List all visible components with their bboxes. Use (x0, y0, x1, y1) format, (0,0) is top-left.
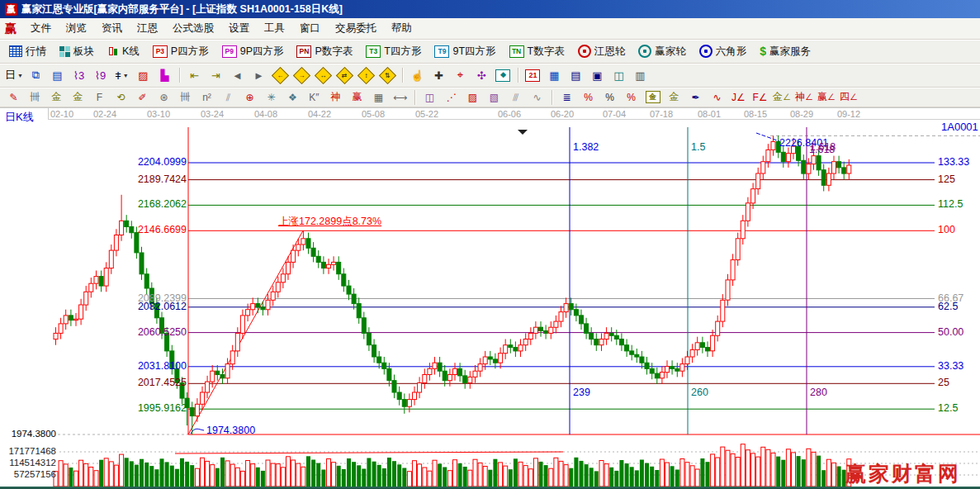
info-panel-icon[interactable]: ▤ (47, 67, 68, 84)
expand-h-diamond-icon[interactable]: ↔ (313, 67, 334, 84)
chart-pane[interactable]: 日K线 1A0001 02-1002-2403-1003-2404-0804-2… (0, 107, 980, 487)
spiral-icon[interactable]: ⟲ (111, 89, 131, 105)
fan-box2-icon[interactable]: ▧ (484, 89, 504, 105)
save-icon[interactable]: ▣ (587, 67, 608, 84)
compress-h-diamond-icon[interactable]: ⇄ (334, 67, 355, 84)
first-bar-icon[interactable]: ⇤ (184, 67, 205, 84)
calculator-icon[interactable]: ▦ (544, 67, 565, 84)
winner-wheel-button[interactable]: 赢家轮 (632, 43, 692, 60)
line-fan-icon[interactable]: ⫻ (505, 89, 526, 105)
percent-slash-icon[interactable]: % (578, 89, 599, 105)
menu-item-交易委托[interactable]: 交易委托 (328, 21, 384, 36)
gann-wheel-button[interactable]: 江恩轮 (572, 43, 632, 60)
hexagon-button[interactable]: 六角形 (694, 43, 753, 60)
red-fan-icon[interactable]: ⋰ (441, 89, 462, 105)
pattern-icon[interactable]: ▨ (133, 67, 154, 84)
compress-v-diamond-icon[interactable]: ⇅ (377, 67, 398, 84)
sectors-button[interactable]: 板块 (54, 43, 100, 60)
region-zoom-icon[interactable]: ⧉ (26, 67, 46, 84)
f-grid-icon[interactable]: F (89, 89, 110, 105)
wave9-icon-glyph: ⌇9 (95, 69, 107, 82)
fan-box-icon[interactable]: ▨ (462, 89, 483, 105)
marker-pen-icon[interactable]: ✐ (132, 89, 153, 105)
web-star-icon[interactable]: ✳ (261, 89, 282, 105)
gold-lines-icon[interactable]: 金 (664, 89, 684, 105)
next-bar-icon[interactable]: ► (249, 67, 269, 84)
menu-item-工具[interactable]: 工具 (257, 21, 292, 36)
width-arrows-icon[interactable]: ⟷ (390, 89, 410, 105)
f-angle-icon[interactable]: F∠ (750, 89, 770, 105)
mirror-angle-icon[interactable]: ⫽ (218, 89, 239, 105)
period-day-dropdown[interactable]: 日▼ (3, 67, 25, 84)
k-line-tool-icon-glyph: K″ (309, 92, 319, 103)
gann-wheel-button-label: 江恩轮 (594, 45, 626, 59)
j-angle-icon[interactable]: J∠ (728, 89, 749, 105)
gold-circle-icon[interactable]: 金 (642, 89, 663, 105)
gann-grid-icon[interactable]: 卌 (25, 89, 45, 105)
gold-angle-icon[interactable]: 金∠ (771, 89, 793, 105)
sectors-button-icon (59, 46, 70, 57)
last-bar-icon[interactable]: ⇥ (206, 67, 226, 84)
wave9-icon[interactable]: ⌇9 (90, 67, 111, 84)
wave3-icon[interactable]: ⌇3 (69, 67, 89, 84)
ying-grid-icon[interactable]: 赢 (347, 89, 367, 105)
compass-icon[interactable]: ⊛ (154, 89, 174, 105)
expand-h-diamond-icon-shape: ↔ (315, 66, 332, 83)
gold-grid-icon[interactable]: 金 (46, 89, 67, 105)
ink-pen-icon[interactable]: ✒ (685, 89, 706, 105)
t-digit-table-button[interactable]: TNT数字表 (504, 43, 570, 60)
menu-item-公式选股[interactable]: 公式选股 (165, 21, 221, 36)
menu-item-浏览[interactable]: 浏览 (59, 21, 94, 36)
analysis-icon[interactable]: ❖ (493, 67, 514, 84)
web-export-icon[interactable]: ◫ (608, 67, 629, 84)
menu-item-文件[interactable]: 文件 (23, 21, 59, 36)
target-cross-icon[interactable]: ⊕ (239, 89, 260, 105)
t9-square-button[interactable]: T99T四方形 (428, 43, 501, 60)
menu-item-设置[interactable]: 设置 (221, 21, 257, 36)
candle-style-dropdown[interactable]: ǂ▼ (111, 67, 132, 84)
ying-angle-icon[interactable]: 赢∠ (816, 89, 837, 105)
menu-item-江恩[interactable]: 江恩 (130, 21, 165, 36)
four-angle-icon[interactable]: 四∠ (838, 89, 859, 105)
shen-angle-icon[interactable]: 神∠ (793, 89, 815, 105)
expand-v-diamond-icon[interactable]: ↕ (356, 67, 376, 84)
zigzag-icon[interactable]: ∿ (527, 89, 547, 105)
percent-icon[interactable]: % (599, 89, 620, 105)
menu-item-帮助[interactable]: 帮助 (384, 21, 419, 36)
frame-tool-icon[interactable]: ◫ (419, 89, 440, 105)
percent-level-label: 62.5 (938, 301, 958, 313)
pen-tool-icon[interactable]: ✎ (3, 89, 24, 105)
price-level-label: 2017.4525 (124, 377, 187, 389)
p-square-button[interactable]: P3P四方形 (147, 43, 215, 60)
note-icon[interactable]: ▤ (566, 67, 586, 84)
crosshair-tool-icon[interactable]: ✚ (428, 67, 449, 84)
t-square-button[interactable]: T3T四方形 (360, 43, 427, 60)
print-icon[interactable]: ▥ (630, 67, 651, 84)
ruler-grid-icon[interactable]: ▦ (368, 89, 389, 105)
menu-item-资讯[interactable]: 资讯 (94, 21, 130, 36)
shen-grid-icon[interactable]: 神 (325, 89, 346, 105)
comb-grid-icon[interactable]: 卌 (175, 89, 196, 105)
gold-grid2-icon[interactable]: 金 (68, 89, 88, 105)
k-line-tool-icon[interactable]: K″ (304, 89, 324, 105)
prev-bar-icon[interactable]: ◄ (227, 67, 248, 84)
calendar-21-icon[interactable]: 21 (523, 67, 543, 84)
wave-channel-icon[interactable]: ∿ (707, 89, 727, 105)
p-digit-table-button[interactable]: PNP数字表 (291, 43, 358, 60)
color-chart-icon[interactable]: ▙ (154, 67, 175, 84)
pan-left-diamond-icon[interactable]: ← (270, 67, 291, 84)
web-square-icon-glyph: ❖ (288, 92, 297, 103)
angle-measure-icon[interactable]: ⌖ (450, 67, 471, 84)
hand-tool-icon[interactable]: ☝ (407, 67, 428, 84)
web-square-icon[interactable]: ❖ (282, 89, 303, 105)
kline-button[interactable]: K线 (102, 43, 145, 60)
quotes-button[interactable]: 行情 (3, 43, 52, 60)
menu-item-窗口[interactable]: 窗口 (292, 21, 328, 36)
histogram-icon[interactable]: ≣ (556, 89, 577, 105)
winner-service-button[interactable]: $赢家服务 (754, 43, 817, 60)
p9-square-button[interactable]: P99P四方形 (216, 43, 290, 60)
gann-shape-icon[interactable]: ✣ (471, 67, 492, 84)
percent-line-icon[interactable]: % (621, 89, 641, 105)
n2-icon[interactable]: n² (196, 89, 217, 105)
pan-right-diamond-icon[interactable]: → (291, 67, 312, 84)
